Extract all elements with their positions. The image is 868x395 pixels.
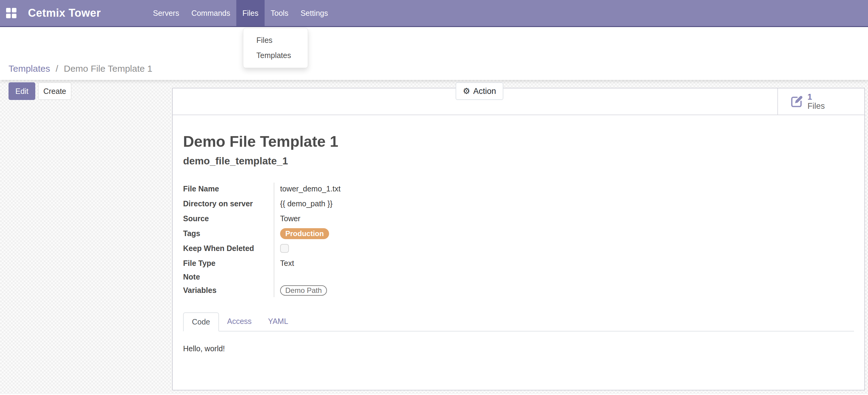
field-row-variables: Variables Demo Path xyxy=(183,283,854,298)
action-button[interactable]: ⚙ Action xyxy=(456,83,503,100)
field-value: Text xyxy=(274,259,294,268)
field-row-tags: Tags Production xyxy=(183,226,854,241)
field-value: Tower xyxy=(274,214,301,223)
app-brand: Cetmix Tower xyxy=(28,7,101,20)
dropdown-item-templates[interactable]: Templates xyxy=(243,48,308,63)
breadcrumb-separator: / xyxy=(53,64,61,73)
field-label: Directory on server xyxy=(183,199,274,208)
create-button[interactable]: Create xyxy=(38,83,71,100)
field-label: Source xyxy=(183,214,274,223)
field-label: File Name xyxy=(183,185,274,193)
nav-item-settings[interactable]: Settings xyxy=(294,0,334,26)
files-count-label: Files xyxy=(807,101,825,110)
label-value-divider xyxy=(274,183,274,297)
field-value: tower_demo_1.txt xyxy=(274,185,341,193)
field-group: File Name tower_demo_1.txt Directory on … xyxy=(183,182,854,298)
record-reference: demo_file_template_1 xyxy=(183,155,854,167)
field-value: {{ demo_path }} xyxy=(274,199,333,208)
edit-pencil-square-icon xyxy=(789,95,804,109)
tab-access[interactable]: Access xyxy=(219,312,260,331)
field-label: Variables xyxy=(183,286,274,295)
field-value xyxy=(274,244,289,253)
edit-button[interactable]: Edit xyxy=(8,83,35,100)
form-statusbar: 1 Files xyxy=(173,89,864,115)
tag-badge-production: Production xyxy=(280,228,329,239)
field-value: Demo Path xyxy=(274,285,327,296)
field-label: Tags xyxy=(183,229,274,238)
field-row-file-type: File Type Text xyxy=(183,256,854,271)
field-label: Note xyxy=(183,272,274,282)
nav-item-tools[interactable]: Tools xyxy=(265,0,294,26)
record-title: Demo File Template 1 xyxy=(183,133,854,151)
nav-item-servers[interactable]: Servers xyxy=(147,0,185,26)
code-tab-content: Hello, world! xyxy=(183,344,854,353)
tab-yaml[interactable]: YAML xyxy=(260,312,296,331)
field-row-keep-when-deleted: Keep When Deleted xyxy=(183,241,854,256)
files-count: 1 xyxy=(807,92,825,101)
action-button-label: Action xyxy=(473,87,496,96)
control-panel: Templates / Demo File Template 1 Edit Cr… xyxy=(0,27,868,80)
files-dropdown-menu: Files Templates xyxy=(243,28,308,68)
nav-item-files[interactable]: Files xyxy=(236,0,265,26)
form-card: 1 Files Demo File Template 1 demo_file_t… xyxy=(172,88,865,390)
keep-when-deleted-checkbox[interactable] xyxy=(280,244,289,253)
field-row-note: Note xyxy=(183,271,854,283)
notebook-tabs: Code Access YAML xyxy=(183,312,854,331)
dropdown-item-files[interactable]: Files xyxy=(243,33,308,48)
nav-item-commands[interactable]: Commands xyxy=(185,0,236,26)
variable-pill-demo-path: Demo Path xyxy=(280,285,327,296)
top-navbar: Cetmix Tower Servers Commands Files Tool… xyxy=(0,0,868,27)
content-area: 1 Files Demo File Template 1 demo_file_t… xyxy=(0,80,868,394)
field-value: Production xyxy=(274,228,329,239)
breadcrumb-templates-link[interactable]: Templates xyxy=(8,64,50,73)
apps-grid-icon[interactable] xyxy=(6,8,17,18)
form-sheet: Demo File Template 1 demo_file_template_… xyxy=(173,133,864,353)
stat-texts: 1 Files xyxy=(807,92,825,110)
main-menu: Servers Commands Files Tools Settings xyxy=(147,0,334,26)
gear-icon: ⚙ xyxy=(463,87,470,95)
field-label: Keep When Deleted xyxy=(183,244,274,253)
field-row-file-name: File Name tower_demo_1.txt xyxy=(183,182,854,196)
breadcrumb-current: Demo File Template 1 xyxy=(64,64,152,73)
tab-code[interactable]: Code xyxy=(183,312,219,331)
breadcrumb: Templates / Demo File Template 1 xyxy=(8,64,152,74)
field-row-source: Source Tower xyxy=(183,211,854,226)
field-row-directory: Directory on server {{ demo_path }} xyxy=(183,196,854,211)
files-stat-button[interactable]: 1 Files xyxy=(777,89,864,114)
field-label: File Type xyxy=(183,259,274,268)
